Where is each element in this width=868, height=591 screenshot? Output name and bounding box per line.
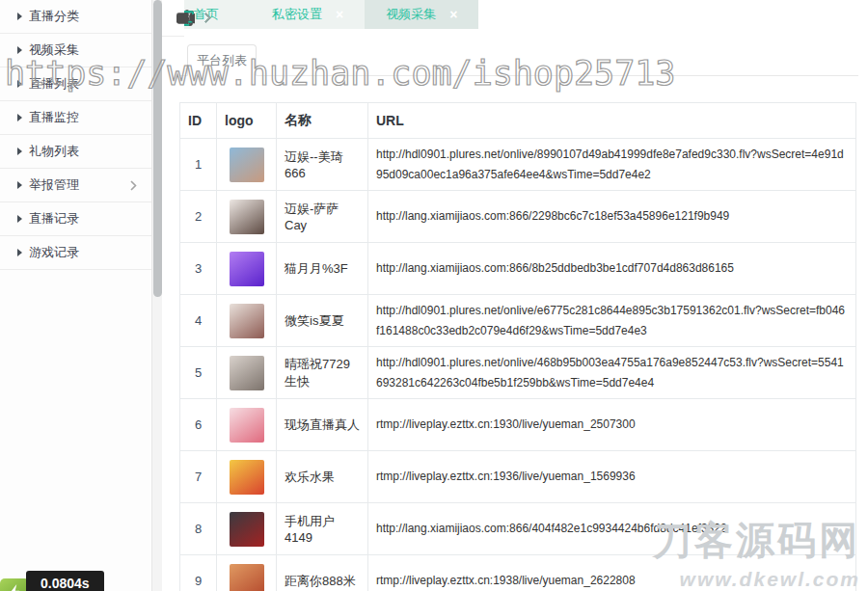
sidebar-subitem-10[interactable]: 直播列表 [0,67,151,101]
table-row[interactable]: 4 微笑is夏夏 http://hdl0901.plures.net/onliv… [180,295,856,347]
logo-image [230,564,264,591]
panel-tabs: 平台列表 [179,44,858,76]
logo-image [230,460,264,495]
column-header-logo: logo [217,103,277,139]
caret-right-icon [17,114,22,121]
row-id: 6 [180,399,217,451]
table-row[interactable]: 9 距离你888米 rtmp://liveplay.ezttx.cn:1938/… [180,555,856,591]
sidebar-subitem-9[interactable]: 视频采集 [0,34,151,67]
tab-platform-list[interactable]: 平台列表 [187,44,257,76]
logo-image [230,304,264,338]
row-id: 4 [180,295,217,347]
sidebar-subitem-label: 直播分类 [29,8,140,25]
platform-table: ID logo 名称 URL 1 迈娱--美琦666 http://hdl090… [179,102,856,591]
logo-image [230,356,264,390]
row-name: 晴瑶祝7729生快 [277,347,368,399]
sidebar-subitem-8[interactable]: 直播分类 [0,0,151,34]
sidebar-item-16[interactable]: 视频管理 [162,0,184,37]
row-id: 1 [180,139,217,191]
sidebar-subitem-label: 礼物列表 [29,143,140,160]
table-row[interactable]: 6 现场直播真人 rtmp://liveplay.ezttx.cn:1930/l… [180,399,856,451]
tabs-divider [179,75,858,76]
sidebar-subitem-11[interactable]: 直播监控 [0,101,151,135]
chevron-right-icon [130,180,137,191]
caret-right-icon [17,148,22,155]
row-url: rtmp://liveplay.ezttx.cn:1936/live/yuema… [368,451,856,503]
logo-image [230,148,264,182]
row-url: http://hdl0901.plures.net/onlive/e6775c2… [368,295,856,347]
caret-right-icon [17,215,22,223]
row-name: 迈娱--美琦666 [277,139,368,191]
video-icon [175,12,196,25]
row-id: 9 [180,555,217,591]
row-name: 欢乐水果 [277,451,368,503]
sidebar-subitem-14[interactable]: 直播记录 [0,202,151,236]
sidebar-subitem-label: 游戏记录 [29,244,140,261]
logo-image [230,408,264,443]
caret-right-icon [17,13,22,20]
caret-right-icon [17,249,22,256]
table-row[interactable]: 5 晴瑶祝7729生快 http://hdl0901.plures.net/on… [180,347,856,399]
row-url: rtmp://liveplay.ezttx.cn:1938/live/yuema… [368,555,856,591]
close-icon[interactable]: × [449,8,457,21]
table-row[interactable]: 3 猫月月%3F http://lang.xiamijiaos.com:866/… [180,243,856,295]
row-url: http://hdl0901.plures.net/onlive/8990107… [368,139,856,191]
row-name: 现场直播真人 [277,399,368,451]
tab-2[interactable]: 视频采集 × [365,0,478,29]
logo-image [230,252,264,286]
logo-image [230,200,264,234]
sidebar-scrollbar-thumb[interactable] [153,0,162,297]
sidebar-subitem-label: 直播监控 [29,109,140,126]
caret-right-icon [17,181,22,189]
trace-badge[interactable]: 0.0804s [0,571,104,591]
row-url: http://lang.xiamijiaos.com:866/404f482e1… [368,503,856,555]
sidebar-subitem-label: 直播列表 [29,75,140,93]
table-row[interactable]: 1 迈娱--美琦666 http://hdl0901.plures.net/on… [180,139,856,191]
caret-right-icon [17,80,22,88]
thinkphp-trace-icon[interactable] [0,578,29,591]
tab-1[interactable]: 私密设置 × [251,0,365,29]
sidebar: 网站概况 轮播图管理 H5管理 系统设置 用户管理 主播管理 代理管理 直播管理… [0,0,151,591]
close-icon[interactable]: × [336,8,343,21]
column-header-name: 名称 [277,103,368,139]
sidebar-scrollbar[interactable] [151,0,162,591]
row-name: 距离你888米 [277,555,368,591]
row-name: 微笑is夏夏 [277,295,368,347]
column-header-url: URL [368,103,856,139]
row-name: 手机用户4149 [277,503,368,555]
tab-label: 私密设置 [272,6,322,23]
sidebar-subitem-13[interactable]: 举报管理 [0,169,151,202]
sidebar-subitem-15[interactable]: 游戏记录 [0,236,151,270]
sidebar-subitem-label: 直播记录 [29,210,140,228]
table-row[interactable]: 2 迈娱-萨萨Cay http://lang.xiamijiaos.com:86… [180,191,856,243]
row-name: 猫月月%3F [277,243,368,295]
row-id: 3 [180,243,217,295]
sidebar-subitem-12[interactable]: 礼物列表 [0,135,151,169]
main-area: 首页 私密设置 × 视频采集 × 平台列表 ID logo 名称 URL 1 迈 [162,0,868,591]
table-header-row: ID logo 名称 URL [180,103,856,139]
row-id: 7 [180,451,217,503]
table-row[interactable]: 8 手机用户4149 http://lang.xiamijiaos.com:86… [180,503,856,555]
tab-bar: 首页 私密设置 × 视频采集 × [162,0,868,29]
content-panel: 平台列表 ID logo 名称 URL 1 迈娱--美琦666 http://h… [162,29,868,591]
row-id: 5 [180,347,217,399]
row-url: rtmp://liveplay.ezttx.cn:1930/live/yuema… [368,399,856,451]
sidebar-subitem-label: 视频采集 [29,41,140,59]
logo-image [230,512,264,547]
row-url: http://hdl0901.plures.net/onlive/468b95b… [368,347,856,399]
caret-right-icon [17,46,22,54]
row-name: 迈娱-萨萨Cay [277,191,368,243]
row-url: http://lang.xiamijiaos.com:866/8b25ddbed… [368,243,856,295]
sidebar-subitem-label: 举报管理 [29,176,130,194]
row-url: http://lang.xiamijiaos.com:866/2298bc6c7… [368,191,856,243]
row-id: 2 [180,191,217,243]
trace-time-label: 0.0804s [26,571,104,591]
chevron-right-icon [204,13,211,23]
column-header-id: ID [180,103,217,139]
tab-label: 视频采集 [386,6,436,23]
table-row[interactable]: 7 欢乐水果 rtmp://liveplay.ezttx.cn:1936/liv… [180,451,856,503]
row-id: 8 [180,503,217,555]
